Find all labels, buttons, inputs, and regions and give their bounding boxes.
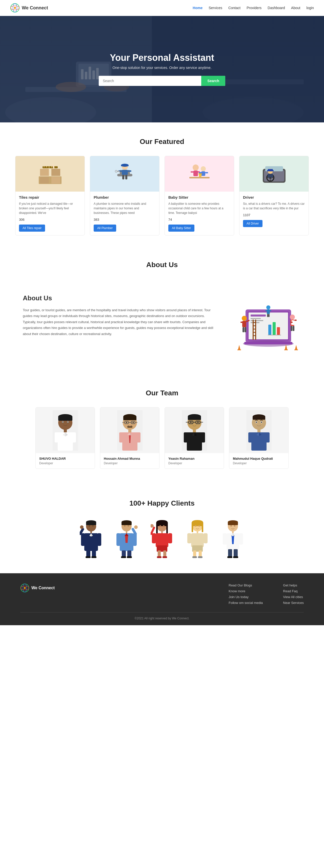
about-heading: About Us	[23, 294, 215, 302]
featured-card-tiles: Tiles repair If you've just noticed a da…	[15, 156, 85, 236]
footer-link-services[interactable]: Near Services	[283, 601, 304, 605]
svg-rect-47	[191, 171, 194, 173]
svg-rect-241	[191, 533, 204, 547]
team-card-3-body: Yeasin Rahaman Developer	[165, 453, 224, 469]
svg-rect-243	[204, 533, 208, 544]
svg-rect-264	[227, 556, 232, 558]
svg-point-220	[159, 525, 161, 527]
about-section: About Us Tour guides, or tourist guides,…	[0, 279, 324, 374]
footer-link-blogs[interactable]: Read Our Blogs	[228, 583, 263, 587]
svg-rect-99	[267, 314, 268, 317]
footer-logo[interactable]: We Connect	[20, 583, 55, 592]
nav-links: Home Services Contact Providers Dashboar…	[193, 6, 314, 10]
svg-rect-124	[64, 429, 67, 433]
footer-copyright: ©2021 All right reserved by We Connect.	[20, 612, 304, 620]
team-section: Our Team	[0, 374, 324, 484]
plumber-card-desc: A plumber is someone who installs and ma…	[94, 202, 156, 215]
svg-point-185	[92, 525, 94, 527]
nav-home[interactable]: Home	[193, 6, 203, 10]
footer-link-faq[interactable]: Read Faq	[283, 589, 304, 593]
svg-rect-142	[128, 429, 131, 433]
navbar: We Connect Home Services Contact Provide…	[0, 0, 324, 16]
svg-rect-192	[86, 551, 91, 557]
team-card-4: Mahmudul Haque Qudrati Developer	[229, 407, 289, 469]
about-illustration	[230, 294, 301, 359]
team-member-3-name: Yeasin Rahaman	[168, 457, 220, 461]
footer-link-cities[interactable]: View All cities	[283, 595, 304, 599]
babysitter-card-btn[interactable]: All Baby Sitter	[168, 224, 194, 231]
clients-title: 100+ Happy Clients	[10, 499, 314, 507]
nav-about[interactable]: About	[291, 6, 300, 10]
svg-point-160	[197, 422, 199, 423]
hero-title: Your Personal Assistant	[99, 53, 225, 63]
featured-title: Our Featured	[10, 137, 314, 146]
nav-contact[interactable]: Contact	[228, 6, 241, 10]
svg-rect-164	[200, 432, 205, 442]
driver-card-desc: So, what is a drivers car? To me. A driv…	[243, 202, 305, 211]
svg-rect-55	[199, 173, 202, 174]
driver-card-btn[interactable]: All Driver	[243, 220, 262, 227]
svg-rect-113	[253, 335, 256, 336]
svg-rect-24	[51, 177, 60, 184]
svg-rect-183	[86, 522, 96, 525]
svg-point-3	[14, 7, 16, 9]
svg-rect-240	[197, 531, 198, 533]
footer-link-know[interactable]: Know more	[228, 589, 263, 593]
tiles-card-desc: If you've just noticed a damaged tile—or…	[19, 202, 81, 215]
svg-point-82	[242, 316, 247, 321]
featured-grid: Tiles repair If you've just noticed a da…	[15, 156, 309, 236]
about-text: About Us Tour guides, or tourist guides,…	[23, 294, 215, 337]
tiles-repair-image	[15, 156, 84, 192]
clients-icons	[10, 518, 314, 558]
svg-rect-109	[253, 322, 256, 323]
svg-rect-225	[168, 533, 172, 544]
footer-link-social[interactable]: Follow om social media	[228, 601, 263, 605]
nav-providers[interactable]: Providers	[247, 6, 261, 10]
svg-rect-248	[198, 556, 203, 558]
team-card-1: SHUVO HALDAR Developer	[35, 407, 95, 469]
logo[interactable]: We Connect	[10, 3, 48, 13]
svg-rect-265	[233, 556, 238, 558]
nav-login[interactable]: login	[306, 6, 314, 10]
svg-rect-222	[161, 531, 163, 533]
driver-card-body: Driver So, what is a drivers car? To me.…	[240, 192, 309, 230]
driver-image	[240, 156, 309, 192]
svg-rect-170	[253, 416, 265, 420]
svg-rect-96	[267, 309, 270, 314]
svg-rect-254	[232, 531, 233, 533]
svg-rect-28	[49, 166, 49, 168]
svg-rect-200	[121, 522, 132, 525]
svg-rect-242	[187, 533, 191, 544]
search-input[interactable]	[99, 76, 201, 86]
footer-link-join[interactable]: Join Us today	[228, 595, 263, 599]
featured-card-plumber: Plumber A plumber is someone who install…	[90, 156, 159, 236]
tiles-card-btn[interactable]: All Tiles repair	[19, 224, 45, 231]
babysitter-card-body: Baby Sitter A babysitter is someone who …	[165, 192, 234, 235]
svg-rect-42	[125, 175, 127, 179]
svg-rect-25	[42, 166, 58, 168]
svg-rect-203	[126, 531, 127, 533]
svg-rect-105	[284, 349, 288, 350]
svg-point-141	[132, 422, 134, 423]
search-button[interactable]: Search	[201, 76, 225, 86]
svg-rect-112	[253, 332, 256, 333]
svg-marker-103	[295, 345, 297, 350]
logo-text: We Connect	[22, 5, 48, 11]
svg-point-174	[261, 422, 262, 423]
svg-rect-177	[248, 432, 253, 442]
nav-services[interactable]: Services	[209, 6, 222, 10]
team-title: Our Team	[10, 389, 314, 397]
clients-section: 100+ Happy Clients	[0, 484, 324, 573]
svg-point-122	[62, 422, 63, 423]
svg-rect-256	[223, 533, 227, 545]
plumber-card-btn[interactable]: All Plumber	[94, 224, 116, 231]
tiles-card-count: 306	[19, 218, 81, 221]
svg-rect-91	[290, 321, 293, 323]
footer-link-help[interactable]: Get helps	[283, 583, 304, 587]
nav-dashboard[interactable]: Dashboard	[267, 6, 285, 10]
team-member-1-role: Developer	[39, 462, 91, 465]
svg-rect-53	[189, 177, 210, 178]
svg-rect-22	[51, 169, 60, 176]
svg-rect-74	[251, 320, 263, 321]
svg-rect-38	[122, 170, 128, 175]
